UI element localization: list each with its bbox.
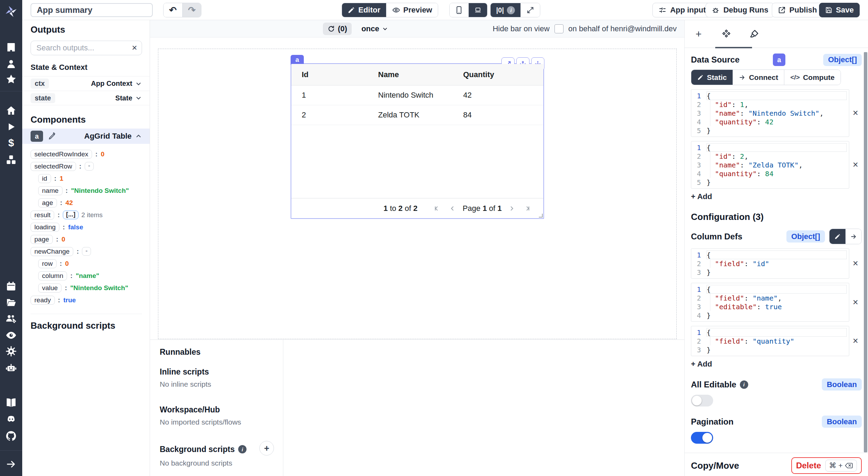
- remove-item-icon[interactable]: ×: [849, 159, 862, 170]
- connect-mode-button[interactable]: [845, 229, 861, 244]
- static-tab[interactable]: Static: [691, 70, 733, 85]
- output-key-chip[interactable]: age: [38, 198, 57, 207]
- rail-home-button[interactable]: [0, 105, 22, 116]
- last-page-button[interactable]: [522, 203, 534, 214]
- rail-workspace-button[interactable]: [0, 42, 22, 53]
- rail-user-button[interactable]: [0, 58, 22, 69]
- line-content: "editable": true: [707, 302, 847, 311]
- output-key-chip[interactable]: result: [31, 211, 54, 220]
- component-settings-tab[interactable]: [712, 29, 740, 39]
- aggrid-table-component[interactable]: a IdNameQua: [291, 63, 544, 219]
- component-list-item[interactable]: a AgGrid Table: [22, 129, 150, 144]
- output-key-chip[interactable]: newChange: [31, 247, 73, 256]
- code-token: 1: [740, 100, 744, 109]
- output-key-chip[interactable]: id: [38, 174, 51, 183]
- mobile-view-button[interactable]: [450, 3, 468, 17]
- column-def-code-editor[interactable]: 1{2 "field": "name",3 "editable": true4}: [691, 283, 849, 322]
- compute-tab[interactable]: </> Compute: [784, 70, 840, 85]
- rail-audit-button[interactable]: [0, 329, 22, 341]
- output-key-chip[interactable]: ready: [31, 296, 55, 305]
- debug-runs-button[interactable]: Debug Runs: [706, 3, 774, 17]
- remove-item-icon[interactable]: ×: [849, 108, 862, 118]
- table-row[interactable]: 2Zelda TOTK84: [291, 105, 543, 125]
- rail-schedules-button[interactable]: [0, 281, 22, 292]
- ctx-row[interactable]: ctx App Context: [22, 76, 150, 91]
- edit-mode-button[interactable]: [829, 229, 845, 244]
- publish-button[interactable]: Publish: [772, 3, 823, 17]
- save-button[interactable]: Save: [819, 3, 860, 17]
- pagination-toggle[interactable]: [691, 432, 713, 444]
- panel-scrollbar[interactable]: [864, 52, 867, 452]
- insert-component-tab[interactable]: +: [685, 28, 712, 40]
- table-header-cell[interactable]: Name: [378, 70, 463, 79]
- rail-variables-button[interactable]: $: [0, 138, 22, 148]
- chevron-up-icon[interactable]: [135, 133, 142, 140]
- redo-button[interactable]: ↷: [182, 3, 201, 17]
- column-def-code-editor[interactable]: 1{2 "field": "quantity"3}: [691, 326, 849, 356]
- add-column-def-button[interactable]: + Add: [691, 360, 712, 369]
- next-page-button[interactable]: [506, 203, 518, 214]
- resize-handle[interactable]: [539, 214, 543, 218]
- all-editable-toggle[interactable]: [691, 395, 713, 407]
- connect-tab[interactable]: Connect: [733, 70, 784, 85]
- windmill-logo[interactable]: [0, 4, 22, 19]
- fullscreen-button[interactable]: [520, 3, 540, 17]
- column-def-code-editor[interactable]: 1{2 "field": "id"3}: [691, 248, 849, 279]
- output-value-array[interactable]: [...]: [63, 211, 78, 219]
- delete-component-button[interactable]: Delete ⌘ +: [791, 457, 862, 474]
- table-header-cell[interactable]: Id: [291, 70, 378, 79]
- styling-tab[interactable]: [740, 29, 768, 39]
- code-token: {: [707, 285, 711, 294]
- first-page-button[interactable]: [431, 203, 442, 214]
- rail-groups-button[interactable]: [0, 313, 22, 325]
- rail-resources-button[interactable]: [0, 154, 22, 165]
- table-row[interactable]: 1Nintendo Switch42: [291, 85, 543, 105]
- hide-bar-checkbox[interactable]: [554, 24, 564, 33]
- line-content: }: [707, 311, 847, 320]
- add-data-source-item-button[interactable]: + Add: [691, 192, 712, 201]
- preview-tab[interactable]: Preview: [386, 3, 438, 17]
- component-tag[interactable]: a: [291, 55, 304, 65]
- trigger-mode-select[interactable]: once: [361, 24, 388, 33]
- table-header-cell[interactable]: Quantity: [463, 70, 543, 79]
- rail-folders-button[interactable]: [0, 297, 22, 308]
- data-source-code-editor[interactable]: 1{2 "id": 2,3 "name": "Zelda TOTK",4 "qu…: [691, 141, 849, 189]
- output-key-chip[interactable]: value: [38, 284, 61, 293]
- add-background-script-button[interactable]: +: [259, 441, 274, 456]
- search-outputs-input[interactable]: [31, 41, 142, 55]
- rail-settings-button[interactable]: [0, 345, 22, 357]
- data-source-code-editor[interactable]: 1{2 "id": 1,3 "name": "Nintendo Switch",…: [691, 89, 849, 137]
- remove-item-icon[interactable]: ×: [849, 258, 862, 269]
- clear-search-icon[interactable]: ×: [132, 42, 137, 53]
- rail-docs-button[interactable]: [0, 397, 22, 409]
- code-line: 1{: [691, 285, 847, 294]
- windmill-logo-icon: [4, 4, 18, 19]
- output-key-chip[interactable]: page: [31, 235, 53, 244]
- pencil-icon[interactable]: [48, 132, 56, 140]
- rail-favorites-button[interactable]: [0, 74, 22, 85]
- code-token: 2: [740, 152, 744, 161]
- outputs-counter-button[interactable]: |0| i: [491, 3, 520, 17]
- desktop-view-button[interactable]: [468, 3, 487, 17]
- rail-github-button[interactable]: [0, 430, 22, 442]
- output-key-chip[interactable]: row: [38, 259, 57, 268]
- rail-runs-button[interactable]: [0, 122, 22, 132]
- state-row[interactable]: state State: [22, 91, 150, 105]
- output-key-chip[interactable]: column: [38, 271, 67, 280]
- remove-item-icon[interactable]: ×: [849, 297, 862, 308]
- output-key-chip[interactable]: selectedRow: [31, 162, 76, 171]
- rail-ai-button[interactable]: [0, 362, 22, 374]
- recompute-button[interactable]: (0): [323, 23, 352, 35]
- remove-item-icon[interactable]: ×: [849, 336, 862, 346]
- undo-button[interactable]: ↶: [164, 3, 182, 17]
- output-key-chip[interactable]: name: [38, 186, 62, 195]
- output-key-chip[interactable]: selectedRowIndex: [31, 150, 92, 159]
- app-summary-input[interactable]: [31, 3, 153, 17]
- app-canvas[interactable]: a IdNameQua: [150, 38, 684, 339]
- editor-tab[interactable]: Editor: [342, 3, 386, 17]
- rail-collapse-button[interactable]: [0, 459, 22, 470]
- output-tree-row: result : [...]2 items: [31, 209, 142, 221]
- output-key-chip[interactable]: loading: [31, 223, 59, 232]
- rail-discord-button[interactable]: [0, 413, 22, 425]
- prev-page-button[interactable]: [446, 203, 458, 214]
